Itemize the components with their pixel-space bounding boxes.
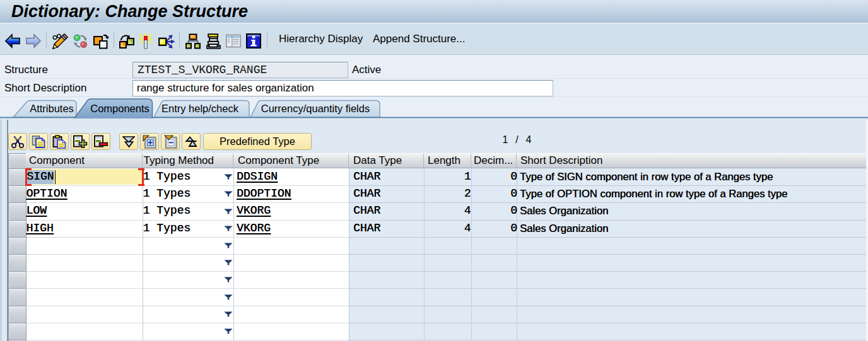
svg-text:Currency/quantity fields: Currency/quantity fields [261, 103, 370, 114]
svg-text:Attributes: Attributes [30, 103, 74, 114]
svg-text:Entry help/check: Entry help/check [161, 103, 239, 114]
svg-text:Components: Components [90, 103, 150, 114]
